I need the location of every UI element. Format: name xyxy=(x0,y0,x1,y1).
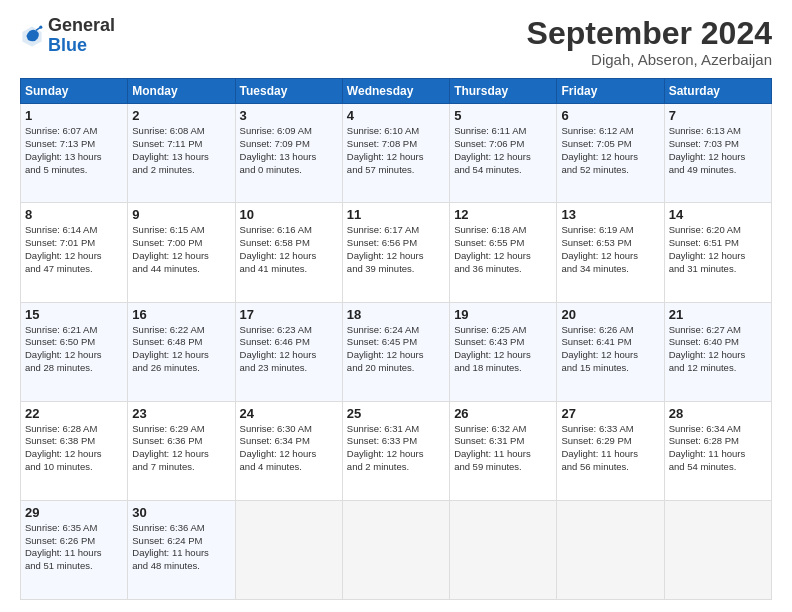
day-number: 16 xyxy=(132,307,230,322)
month-title: September 2024 xyxy=(527,16,772,51)
day-info: Sunrise: 6:07 AM Sunset: 7:13 PM Dayligh… xyxy=(25,125,123,176)
day-number: 1 xyxy=(25,108,123,123)
calendar-week-row: 8Sunrise: 6:14 AM Sunset: 7:01 PM Daylig… xyxy=(21,203,772,302)
table-row: 5Sunrise: 6:11 AM Sunset: 7:06 PM Daylig… xyxy=(450,104,557,203)
day-number: 29 xyxy=(25,505,123,520)
day-info: Sunrise: 6:24 AM Sunset: 6:45 PM Dayligh… xyxy=(347,324,445,375)
day-info: Sunrise: 6:29 AM Sunset: 6:36 PM Dayligh… xyxy=(132,423,230,474)
day-number: 15 xyxy=(25,307,123,322)
table-row: 4Sunrise: 6:10 AM Sunset: 7:08 PM Daylig… xyxy=(342,104,449,203)
location-subtitle: Digah, Abseron, Azerbaijan xyxy=(527,51,772,68)
day-info: Sunrise: 6:13 AM Sunset: 7:03 PM Dayligh… xyxy=(669,125,767,176)
day-number: 24 xyxy=(240,406,338,421)
logo: General Blue xyxy=(20,16,115,56)
day-number: 20 xyxy=(561,307,659,322)
day-number: 17 xyxy=(240,307,338,322)
table-row: 16Sunrise: 6:22 AM Sunset: 6:48 PM Dayli… xyxy=(128,302,235,401)
day-info: Sunrise: 6:11 AM Sunset: 7:06 PM Dayligh… xyxy=(454,125,552,176)
day-number: 6 xyxy=(561,108,659,123)
table-row: 26Sunrise: 6:32 AM Sunset: 6:31 PM Dayli… xyxy=(450,401,557,500)
table-row: 20Sunrise: 6:26 AM Sunset: 6:41 PM Dayli… xyxy=(557,302,664,401)
header-sunday: Sunday xyxy=(21,79,128,104)
table-row: 8Sunrise: 6:14 AM Sunset: 7:01 PM Daylig… xyxy=(21,203,128,302)
day-number: 22 xyxy=(25,406,123,421)
day-number: 14 xyxy=(669,207,767,222)
header: General Blue September 2024 Digah, Abser… xyxy=(20,16,772,68)
header-monday: Monday xyxy=(128,79,235,104)
calendar-week-row: 15Sunrise: 6:21 AM Sunset: 6:50 PM Dayli… xyxy=(21,302,772,401)
day-info: Sunrise: 6:18 AM Sunset: 6:55 PM Dayligh… xyxy=(454,224,552,275)
header-thursday: Thursday xyxy=(450,79,557,104)
table-row: 15Sunrise: 6:21 AM Sunset: 6:50 PM Dayli… xyxy=(21,302,128,401)
table-row xyxy=(342,500,449,599)
table-row: 18Sunrise: 6:24 AM Sunset: 6:45 PM Dayli… xyxy=(342,302,449,401)
day-info: Sunrise: 6:34 AM Sunset: 6:28 PM Dayligh… xyxy=(669,423,767,474)
header-wednesday: Wednesday xyxy=(342,79,449,104)
table-row: 27Sunrise: 6:33 AM Sunset: 6:29 PM Dayli… xyxy=(557,401,664,500)
table-row: 25Sunrise: 6:31 AM Sunset: 6:33 PM Dayli… xyxy=(342,401,449,500)
table-row: 11Sunrise: 6:17 AM Sunset: 6:56 PM Dayli… xyxy=(342,203,449,302)
table-row: 13Sunrise: 6:19 AM Sunset: 6:53 PM Dayli… xyxy=(557,203,664,302)
day-number: 12 xyxy=(454,207,552,222)
table-row: 28Sunrise: 6:34 AM Sunset: 6:28 PM Dayli… xyxy=(664,401,771,500)
day-info: Sunrise: 6:09 AM Sunset: 7:09 PM Dayligh… xyxy=(240,125,338,176)
logo-general: General xyxy=(48,15,115,35)
table-row: 30Sunrise: 6:36 AM Sunset: 6:24 PM Dayli… xyxy=(128,500,235,599)
table-row: 1Sunrise: 6:07 AM Sunset: 7:13 PM Daylig… xyxy=(21,104,128,203)
day-info: Sunrise: 6:15 AM Sunset: 7:00 PM Dayligh… xyxy=(132,224,230,275)
day-info: Sunrise: 6:26 AM Sunset: 6:41 PM Dayligh… xyxy=(561,324,659,375)
day-info: Sunrise: 6:28 AM Sunset: 6:38 PM Dayligh… xyxy=(25,423,123,474)
table-row: 14Sunrise: 6:20 AM Sunset: 6:51 PM Dayli… xyxy=(664,203,771,302)
day-number: 8 xyxy=(25,207,123,222)
header-friday: Friday xyxy=(557,79,664,104)
table-row xyxy=(235,500,342,599)
day-number: 25 xyxy=(347,406,445,421)
table-row: 7Sunrise: 6:13 AM Sunset: 7:03 PM Daylig… xyxy=(664,104,771,203)
day-info: Sunrise: 6:32 AM Sunset: 6:31 PM Dayligh… xyxy=(454,423,552,474)
header-saturday: Saturday xyxy=(664,79,771,104)
table-row: 2Sunrise: 6:08 AM Sunset: 7:11 PM Daylig… xyxy=(128,104,235,203)
page: General Blue September 2024 Digah, Abser… xyxy=(0,0,792,612)
day-info: Sunrise: 6:14 AM Sunset: 7:01 PM Dayligh… xyxy=(25,224,123,275)
table-row: 9Sunrise: 6:15 AM Sunset: 7:00 PM Daylig… xyxy=(128,203,235,302)
table-row: 21Sunrise: 6:27 AM Sunset: 6:40 PM Dayli… xyxy=(664,302,771,401)
calendar-week-row: 22Sunrise: 6:28 AM Sunset: 6:38 PM Dayli… xyxy=(21,401,772,500)
day-number: 3 xyxy=(240,108,338,123)
table-row: 19Sunrise: 6:25 AM Sunset: 6:43 PM Dayli… xyxy=(450,302,557,401)
table-row xyxy=(450,500,557,599)
day-info: Sunrise: 6:21 AM Sunset: 6:50 PM Dayligh… xyxy=(25,324,123,375)
day-number: 23 xyxy=(132,406,230,421)
logo-blue: Blue xyxy=(48,35,87,55)
day-info: Sunrise: 6:35 AM Sunset: 6:26 PM Dayligh… xyxy=(25,522,123,573)
day-info: Sunrise: 6:33 AM Sunset: 6:29 PM Dayligh… xyxy=(561,423,659,474)
calendar-week-row: 1Sunrise: 6:07 AM Sunset: 7:13 PM Daylig… xyxy=(21,104,772,203)
table-row: 24Sunrise: 6:30 AM Sunset: 6:34 PM Dayli… xyxy=(235,401,342,500)
day-info: Sunrise: 6:25 AM Sunset: 6:43 PM Dayligh… xyxy=(454,324,552,375)
day-number: 18 xyxy=(347,307,445,322)
day-number: 2 xyxy=(132,108,230,123)
day-number: 9 xyxy=(132,207,230,222)
logo-text: General Blue xyxy=(48,16,115,56)
day-info: Sunrise: 6:19 AM Sunset: 6:53 PM Dayligh… xyxy=(561,224,659,275)
day-info: Sunrise: 6:23 AM Sunset: 6:46 PM Dayligh… xyxy=(240,324,338,375)
day-number: 30 xyxy=(132,505,230,520)
day-info: Sunrise: 6:36 AM Sunset: 6:24 PM Dayligh… xyxy=(132,522,230,573)
day-number: 26 xyxy=(454,406,552,421)
table-row: 10Sunrise: 6:16 AM Sunset: 6:58 PM Dayli… xyxy=(235,203,342,302)
day-info: Sunrise: 6:30 AM Sunset: 6:34 PM Dayligh… xyxy=(240,423,338,474)
day-number: 11 xyxy=(347,207,445,222)
table-row xyxy=(664,500,771,599)
logo-icon xyxy=(20,24,44,48)
day-number: 19 xyxy=(454,307,552,322)
table-row: 23Sunrise: 6:29 AM Sunset: 6:36 PM Dayli… xyxy=(128,401,235,500)
day-number: 27 xyxy=(561,406,659,421)
day-number: 5 xyxy=(454,108,552,123)
day-number: 10 xyxy=(240,207,338,222)
calendar-week-row: 29Sunrise: 6:35 AM Sunset: 6:26 PM Dayli… xyxy=(21,500,772,599)
day-info: Sunrise: 6:22 AM Sunset: 6:48 PM Dayligh… xyxy=(132,324,230,375)
header-tuesday: Tuesday xyxy=(235,79,342,104)
day-info: Sunrise: 6:10 AM Sunset: 7:08 PM Dayligh… xyxy=(347,125,445,176)
table-row: 12Sunrise: 6:18 AM Sunset: 6:55 PM Dayli… xyxy=(450,203,557,302)
calendar-header-row: Sunday Monday Tuesday Wednesday Thursday… xyxy=(21,79,772,104)
table-row xyxy=(557,500,664,599)
